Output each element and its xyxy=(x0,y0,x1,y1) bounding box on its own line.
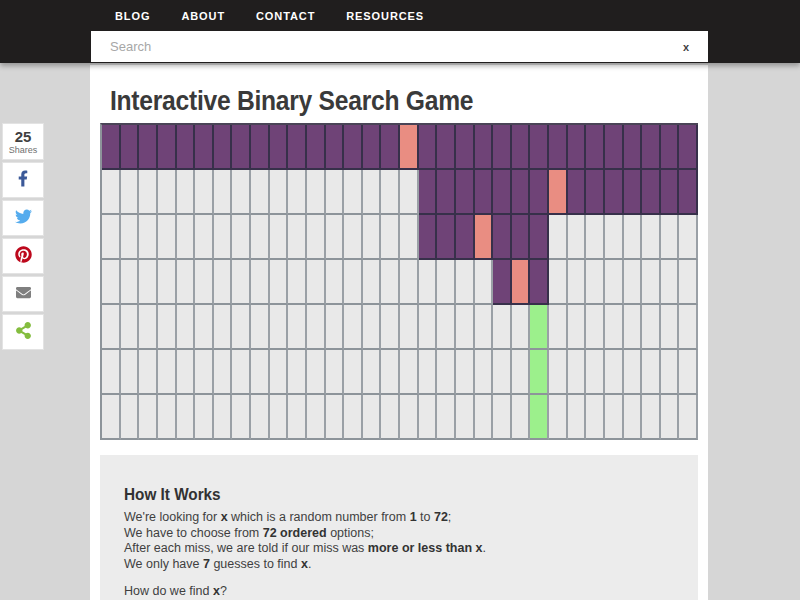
cell-active[interactable] xyxy=(437,170,456,215)
cell-active[interactable] xyxy=(139,125,158,170)
share-count-label: Shares xyxy=(9,146,38,155)
cell-active[interactable] xyxy=(326,125,345,170)
cell-active[interactable] xyxy=(624,125,643,170)
cell-active[interactable] xyxy=(549,125,568,170)
cell-eliminated xyxy=(344,215,363,260)
cell-active[interactable] xyxy=(419,125,438,170)
cell-active[interactable] xyxy=(195,125,214,170)
share-button-facebook[interactable] xyxy=(2,162,44,198)
cell-eliminated xyxy=(661,215,680,260)
cell-active[interactable] xyxy=(568,170,587,215)
cell-active[interactable] xyxy=(586,125,605,170)
cell-active[interactable] xyxy=(456,215,475,260)
cell-active[interactable] xyxy=(642,125,661,170)
cell-active[interactable] xyxy=(214,125,233,170)
cell-active[interactable] xyxy=(661,125,680,170)
how-it-works-body: We're looking for x which is a random nu… xyxy=(124,510,674,600)
nav-item-resources[interactable]: RESOURCES xyxy=(346,10,424,22)
cell-active[interactable] xyxy=(568,125,587,170)
cell-active[interactable] xyxy=(512,125,531,170)
cell-eliminated xyxy=(214,215,233,260)
cell-active[interactable] xyxy=(158,125,177,170)
cell-active[interactable] xyxy=(232,125,251,170)
cell-answer[interactable] xyxy=(530,395,549,440)
search-input[interactable] xyxy=(91,39,683,54)
cell-guess-miss[interactable] xyxy=(549,170,568,215)
cell-active[interactable] xyxy=(493,170,512,215)
cell-eliminated xyxy=(307,260,326,305)
cell-active[interactable] xyxy=(437,125,456,170)
cell-active[interactable] xyxy=(307,125,326,170)
cell-active[interactable] xyxy=(642,170,661,215)
cell-active[interactable] xyxy=(605,125,624,170)
cell-active[interactable] xyxy=(419,215,438,260)
cell-answer[interactable] xyxy=(530,305,549,350)
cell-active[interactable] xyxy=(624,170,643,215)
share-sidebar: 25 Shares xyxy=(2,123,44,352)
nav-item-contact[interactable]: CONTACT xyxy=(256,10,315,22)
cell-guess-miss[interactable] xyxy=(400,125,419,170)
cell-active[interactable] xyxy=(419,170,438,215)
cell-eliminated xyxy=(177,305,196,350)
cell-active[interactable] xyxy=(586,170,605,215)
main-nav: BLOG ABOUT CONTACT RESOURCES xyxy=(0,0,800,31)
cell-eliminated xyxy=(568,260,587,305)
cell-eliminated xyxy=(158,215,177,260)
cell-active[interactable] xyxy=(493,260,512,305)
cell-eliminated xyxy=(344,395,363,440)
cell-eliminated xyxy=(121,395,140,440)
cell-active[interactable] xyxy=(381,125,400,170)
cell-eliminated xyxy=(195,395,214,440)
share-button-pinterest[interactable] xyxy=(2,238,44,274)
cell-active[interactable] xyxy=(456,170,475,215)
cell-active[interactable] xyxy=(530,215,549,260)
cell-active[interactable] xyxy=(512,215,531,260)
cell-active[interactable] xyxy=(661,170,680,215)
cell-eliminated xyxy=(456,305,475,350)
cell-active[interactable] xyxy=(512,170,531,215)
cell-eliminated xyxy=(307,215,326,260)
cell-active[interactable] xyxy=(288,125,307,170)
cell-active[interactable] xyxy=(530,125,549,170)
search-close-icon[interactable]: x xyxy=(683,41,708,53)
cell-active[interactable] xyxy=(475,125,494,170)
cell-active[interactable] xyxy=(530,260,549,305)
cell-answer[interactable] xyxy=(530,350,549,395)
share-button-more[interactable] xyxy=(2,314,44,350)
cell-active[interactable] xyxy=(679,125,698,170)
cell-guess-miss[interactable] xyxy=(512,260,531,305)
cell-eliminated xyxy=(158,305,177,350)
cell-active[interactable] xyxy=(437,215,456,260)
cell-eliminated xyxy=(400,170,419,215)
cell-eliminated xyxy=(549,350,568,395)
cell-active[interactable] xyxy=(493,215,512,260)
share-button-email[interactable] xyxy=(2,276,44,312)
cell-eliminated xyxy=(177,395,196,440)
cell-active[interactable] xyxy=(493,125,512,170)
cell-active[interactable] xyxy=(456,125,475,170)
cell-eliminated xyxy=(400,395,419,440)
nav-item-about[interactable]: ABOUT xyxy=(181,10,225,22)
cell-active[interactable] xyxy=(344,125,363,170)
grid-row xyxy=(102,170,698,215)
grid-row xyxy=(102,260,698,305)
text-line: We're looking for x which is a random nu… xyxy=(124,510,674,526)
cell-active[interactable] xyxy=(177,125,196,170)
cell-guess-miss[interactable] xyxy=(475,215,494,260)
cell-active[interactable] xyxy=(121,125,140,170)
binary-search-grid xyxy=(100,123,698,440)
cell-eliminated xyxy=(363,305,382,350)
cell-active[interactable] xyxy=(679,170,698,215)
cell-active[interactable] xyxy=(363,125,382,170)
cell-eliminated xyxy=(512,305,531,350)
cell-active[interactable] xyxy=(605,170,624,215)
nav-item-blog[interactable]: BLOG xyxy=(115,10,150,22)
cell-active[interactable] xyxy=(475,170,494,215)
cell-active[interactable] xyxy=(530,170,549,215)
share-button-twitter[interactable] xyxy=(2,200,44,236)
cell-eliminated xyxy=(232,215,251,260)
cell-active[interactable] xyxy=(102,125,121,170)
cell-eliminated xyxy=(158,350,177,395)
cell-active[interactable] xyxy=(270,125,289,170)
cell-active[interactable] xyxy=(251,125,270,170)
